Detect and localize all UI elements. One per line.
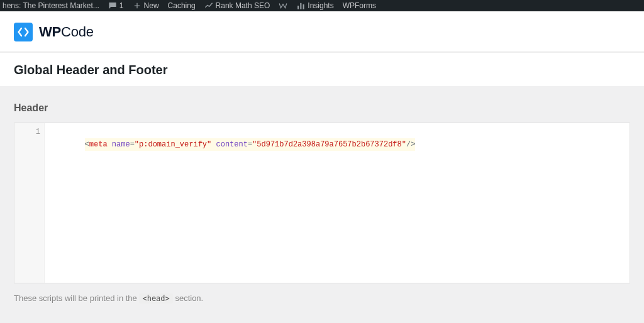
- helper-post: section.: [173, 293, 203, 303]
- gutter-line-1: 1: [14, 126, 40, 138]
- bar-chart-icon: [296, 1, 305, 10]
- adminbar-caching-label: Caching: [168, 1, 196, 10]
- header-helper-text: These scripts will be printed in the <he…: [14, 293, 630, 303]
- helper-pre: These scripts will be printed in the: [14, 293, 139, 303]
- adminbar-comments-count: 1: [119, 1, 124, 10]
- adminbar-rankmath-label: Rank Math SEO: [216, 1, 270, 10]
- helper-code: <head>: [139, 293, 172, 304]
- adminbar-site-label: hens: The Pinterest Market...: [3, 1, 99, 10]
- editor-code-area[interactable]: <meta name="p:domain_verify" content="5d…: [45, 123, 630, 283]
- editor-gutter: 1: [14, 123, 45, 283]
- adminbar-wpforms[interactable]: WPForms: [343, 0, 376, 11]
- brand-header: WPCode: [0, 11, 644, 52]
- brand-name: WPCode: [39, 24, 94, 40]
- page-body: WPCode Global Header and Footer Header 1…: [0, 11, 644, 309]
- content-area: Header 1 <meta name="p:domain_verify" co…: [0, 86, 644, 309]
- code-line-1: <meta name="p:domain_verify" content="5d…: [85, 138, 416, 151]
- svg-rect-0: [297, 6, 299, 9]
- wp-admin-bar: hens: The Pinterest Market... 1 New Cach…: [0, 0, 644, 11]
- adminbar-rankmath[interactable]: Rank Math SEO: [204, 0, 270, 11]
- adminbar-caching[interactable]: Caching: [168, 0, 196, 11]
- adminbar-w-logo[interactable]: [279, 0, 287, 11]
- adminbar-site-name[interactable]: hens: The Pinterest Market...: [3, 0, 99, 11]
- adminbar-insights[interactable]: Insights: [296, 0, 333, 11]
- chart-line-icon: [204, 1, 213, 10]
- adminbar-comments[interactable]: 1: [108, 0, 124, 11]
- w-icon: [279, 1, 287, 10]
- adminbar-wpforms-label: WPForms: [343, 1, 376, 10]
- wpcode-logo-icon: [14, 23, 33, 41]
- header-section-title: Header: [14, 102, 630, 114]
- header-code-editor[interactable]: 1 <meta name="p:domain_verify" content="…: [14, 123, 630, 283]
- brand-name-suffix: Code: [61, 24, 94, 40]
- svg-rect-2: [303, 4, 304, 9]
- adminbar-insights-label: Insights: [308, 1, 333, 10]
- brand-name-prefix: WP: [39, 24, 61, 40]
- svg-rect-1: [301, 3, 302, 9]
- plus-icon: [133, 1, 142, 10]
- page-title-row: Global Header and Footer: [0, 52, 644, 86]
- page-title: Global Header and Footer: [14, 63, 630, 77]
- comment-icon: [108, 1, 117, 10]
- adminbar-new[interactable]: New: [133, 0, 159, 11]
- adminbar-new-label: New: [144, 1, 159, 10]
